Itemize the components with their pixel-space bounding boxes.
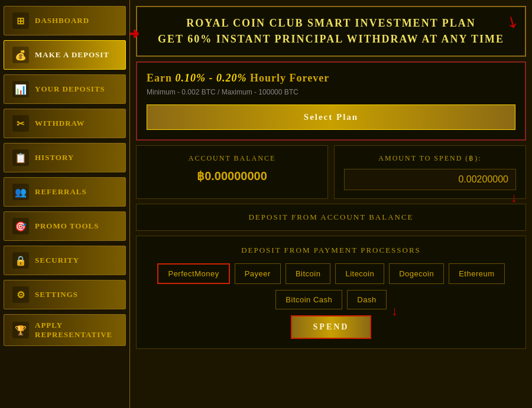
plan-section: Earn 0.10% - 0.20% Hourly Forever Minimu… bbox=[136, 61, 526, 141]
header-title: Royal Coin Club Smart Investment Plan Ge… bbox=[149, 15, 513, 47]
sidebar-label-history: History bbox=[35, 153, 74, 162]
sidebar-label-make-deposit: Make a Deposit bbox=[35, 50, 109, 60]
sidebar-label-promo: Promo Tools bbox=[35, 221, 99, 231]
payment-btn-dogecoin[interactable]: Dogecoin bbox=[389, 263, 444, 284]
plan-title-suffix: Hourly Forever bbox=[247, 72, 330, 84]
amount-label: Amount to Spend (฿): bbox=[344, 154, 516, 163]
arrow-amount-icon: ↓ bbox=[511, 190, 517, 205]
payment-title: Deposit from Payment Processors bbox=[146, 246, 516, 255]
amount-input[interactable] bbox=[344, 169, 516, 190]
sidebar-item-apply-rep[interactable]: 🏆 Apply Representative bbox=[4, 314, 126, 346]
balance-row: Account Balance ฿0.00000000 ↓ Amount to … bbox=[136, 145, 526, 199]
sidebar-label-apply-rep: Apply Representative bbox=[35, 321, 117, 340]
deposit-icon: 💰 bbox=[12, 47, 29, 63]
payment-row2: Bitcoin Cash Dash bbox=[146, 290, 516, 309]
arrow-spend-icon: ↓ bbox=[391, 303, 398, 319]
sidebar-label-settings: Settings bbox=[35, 290, 78, 299]
payment-section: Deposit from Payment Processors PerfectM… bbox=[136, 236, 526, 349]
balance-label: Account Balance bbox=[146, 154, 318, 163]
payment-btn-bitcoin[interactable]: Bitcoin bbox=[286, 263, 331, 284]
payment-btn-litecoin[interactable]: Litecoin bbox=[335, 263, 384, 284]
header-banner: ➜ ↘ Royal Coin Club Smart Investment Pla… bbox=[136, 6, 526, 57]
rep-icon: 🏆 bbox=[12, 322, 29, 338]
payment-btn-bitcoincash[interactable]: Bitcoin Cash bbox=[275, 290, 342, 309]
sidebar-item-promo-tools[interactable]: 🎯 Promo Tools bbox=[4, 211, 126, 241]
withdraw-icon: ✂ bbox=[12, 115, 29, 132]
referrals-icon: 👥 bbox=[12, 184, 29, 200]
payment-row1: PerfectMoney Payeer Bitcoin Litecoin Dog… bbox=[146, 263, 516, 284]
security-icon: 🔒 bbox=[12, 252, 29, 269]
header-line2: Get 60% Instant Principal Withdraw At An… bbox=[158, 33, 504, 45]
plan-title-range: 0.10% - 0.20% bbox=[176, 72, 247, 84]
payment-btn-payeer[interactable]: Payeer bbox=[235, 263, 281, 284]
deposit-balance-button[interactable]: Deposit from Account Balance bbox=[136, 204, 526, 231]
payment-btn-dash[interactable]: Dash bbox=[347, 290, 386, 309]
sidebar-item-dashboard[interactable]: ⊞ Dashboard bbox=[4, 6, 126, 35]
sidebar-item-withdraw[interactable]: ✂ Withdraw bbox=[4, 109, 126, 138]
your-deposits-icon: 📊 bbox=[12, 81, 29, 97]
promo-icon: 🎯 bbox=[12, 218, 29, 234]
sidebar-item-make-deposit[interactable]: 💰 Make a Deposit bbox=[4, 40, 126, 70]
payment-btn-ethereum[interactable]: Ethereum bbox=[449, 263, 504, 284]
sidebar-item-history[interactable]: 📋 History bbox=[4, 143, 126, 172]
history-icon: 📋 bbox=[12, 149, 29, 166]
sidebar-label-dashboard: Dashboard bbox=[35, 16, 89, 25]
settings-icon: ⚙ bbox=[12, 286, 29, 303]
sidebar-item-your-deposits[interactable]: 📊 Your Deposits bbox=[4, 74, 126, 104]
amount-box: ↓ Amount to Spend (฿): bbox=[334, 145, 526, 199]
sidebar-label-referrals: Referrals bbox=[35, 187, 87, 197]
sidebar-item-settings[interactable]: ⚙ Settings bbox=[4, 280, 126, 309]
balance-value: ฿0.00000000 bbox=[146, 169, 318, 183]
plan-title-prefix: Earn bbox=[147, 72, 176, 84]
spend-row: ↓ Spend bbox=[146, 315, 516, 339]
spend-button[interactable]: Spend bbox=[291, 315, 372, 339]
sidebar: ⊞ Dashboard 💰 Make a Deposit 📊 Your Depo… bbox=[0, 0, 130, 408]
select-plan-button[interactable]: Select Plan bbox=[147, 105, 515, 130]
arrow-sidebar-icon: ➜ bbox=[130, 25, 140, 43]
plan-title: Earn 0.10% - 0.20% Hourly Forever bbox=[147, 72, 515, 84]
main-content: ➜ ↘ Royal Coin Club Smart Investment Pla… bbox=[130, 0, 532, 408]
sidebar-label-your-deposits: Your Deposits bbox=[35, 84, 105, 94]
plan-subtitle: Minimum - 0.002 BTC / Maximum - 100000 B… bbox=[147, 88, 515, 96]
sidebar-label-security: Security bbox=[35, 256, 79, 265]
dashboard-icon: ⊞ bbox=[12, 12, 29, 29]
sidebar-label-withdraw: Withdraw bbox=[35, 119, 85, 128]
payment-btn-perfectmoney[interactable]: PerfectMoney bbox=[157, 263, 229, 284]
account-balance-box: Account Balance ฿0.00000000 bbox=[136, 145, 328, 199]
header-line1: Royal Coin Club Smart Investment Plan bbox=[186, 17, 476, 29]
sidebar-item-referrals[interactable]: 👥 Referrals bbox=[4, 177, 126, 207]
sidebar-item-security[interactable]: 🔒 Security bbox=[4, 246, 126, 275]
